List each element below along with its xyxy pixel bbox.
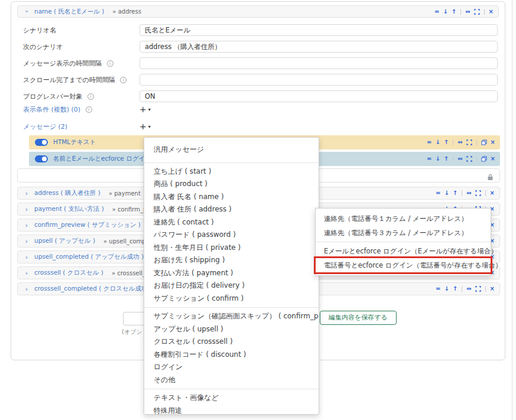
menu-item[interactable]: サブミッション ( confirm ) xyxy=(144,292,319,305)
move-up-icon[interactable]: ↑ xyxy=(444,139,449,145)
menu-item[interactable]: 購入者 氏名 ( name ) xyxy=(144,191,319,204)
move-down-icon[interactable]: ↓ xyxy=(443,9,447,15)
close-icon[interactable]: × xyxy=(490,286,495,292)
menu-item[interactable] xyxy=(144,389,319,389)
info-icon[interactable]: i xyxy=(107,60,113,67)
menu-item[interactable]: テキスト・画像など xyxy=(144,392,319,405)
fullscreen-icon[interactable] xyxy=(475,190,481,196)
section-header-name[interactable]: › name ( 氏名とEメール ) » address = ↓ ↑ ⇔ × xyxy=(17,5,499,18)
close-icon[interactable]: × xyxy=(491,156,495,162)
info-icon[interactable]: i xyxy=(86,106,92,113)
field-input[interactable] xyxy=(139,57,498,69)
menu-item[interactable]: パスワード ( password ) xyxy=(144,229,319,242)
submenu-item[interactable] xyxy=(316,242,491,242)
add-message-button[interactable]: +▾ xyxy=(139,122,151,131)
field-input[interactable] xyxy=(139,74,498,86)
submenu-item-label: Eメールとecforce ログイン（Eメールが存在する場合） xyxy=(324,247,498,255)
swap-horizontal-icon[interactable]: ⇔ xyxy=(466,286,471,292)
menu-item[interactable] xyxy=(144,307,319,308)
reorder-icon[interactable]: = xyxy=(427,156,431,162)
chevron-right-icon[interactable]: › xyxy=(24,285,30,293)
chevron-right-icon[interactable]: › xyxy=(24,206,30,213)
menu-item[interactable]: お届け日の指定 ( delivery ) xyxy=(144,279,319,292)
menu-item-label: 支払い方法 ( payment ) xyxy=(154,269,233,277)
menu-item[interactable]: 汎用メッセージ xyxy=(144,141,319,160)
info-icon[interactable]: i xyxy=(120,77,126,83)
menu-item[interactable]: 購入者 住所 ( address ) xyxy=(144,203,319,216)
message-label: 名前とEメールとecforce ログイン xyxy=(53,155,151,163)
toggle-switch[interactable] xyxy=(35,155,48,162)
reorder-icon[interactable]: = xyxy=(436,286,440,292)
menu-item[interactable]: 各種割引コード ( discount ) xyxy=(144,349,319,362)
chevron-right-icon[interactable]: › xyxy=(24,237,30,245)
menu-item-label: お届け日の指定 ( delivery ) xyxy=(154,281,245,289)
chevron-right-icon[interactable]: › xyxy=(24,269,30,277)
field-input[interactable] xyxy=(139,90,498,102)
move-down-icon[interactable]: ↓ xyxy=(435,156,440,162)
fullscreen-icon[interactable] xyxy=(466,139,472,145)
toggle-switch[interactable] xyxy=(35,139,48,146)
menu-item[interactable]: 特殊用途 xyxy=(144,405,319,415)
reorder-icon[interactable]: = xyxy=(427,139,431,145)
add-condition-button[interactable]: +▾ xyxy=(139,105,151,114)
info-icon[interactable]: i xyxy=(87,93,94,100)
move-up-icon[interactable]: ↑ xyxy=(444,156,449,162)
move-down-icon[interactable]: ↓ xyxy=(444,286,449,292)
menu-item[interactable]: お届け先 ( shipping ) xyxy=(144,254,319,267)
close-icon[interactable]: × xyxy=(490,190,495,196)
swap-horizontal-icon[interactable]: ⇔ xyxy=(457,156,462,162)
submenu-item[interactable]: Eメールとecforce ログイン（Eメールが存在する場合） xyxy=(316,244,491,258)
menu-item-label: その他 xyxy=(154,376,176,384)
menu-item[interactable] xyxy=(144,162,319,163)
fullscreen-icon[interactable] xyxy=(475,286,481,292)
menu-item[interactable]: ログイン xyxy=(144,361,319,374)
field-input[interactable] xyxy=(139,24,498,36)
section-title: upsell_completed ( アップセル成功 ) xyxy=(34,253,144,261)
menu-item-label: 性別・生年月日 ( private ) xyxy=(154,243,241,252)
swap-horizontal-icon[interactable]: ⇔ xyxy=(465,9,470,15)
move-up-icon[interactable]: ↑ xyxy=(453,286,457,292)
menu-item[interactable]: アップセル ( upsell ) xyxy=(144,323,319,336)
menu-item[interactable]: クロスセル ( crosssell ) xyxy=(144,336,319,349)
chevron-right-icon[interactable]: › xyxy=(24,190,30,197)
message-actions: = ↓ ↑ ⇔ × xyxy=(427,152,495,166)
menu-item[interactable]: 商品 ( product ) xyxy=(144,178,319,191)
menu-item-label: クロスセル ( crosssell ) xyxy=(154,337,233,346)
swap-horizontal-icon[interactable]: ⇔ xyxy=(466,190,471,196)
close-icon[interactable]: × xyxy=(491,139,495,145)
menu-item[interactable]: 支払い方法 ( payment ) xyxy=(144,267,319,280)
chevron-right-icon[interactable]: › xyxy=(24,222,30,229)
menu-item-label: テキスト・画像など xyxy=(154,393,219,402)
message-actions: = ↓ ↑ ⇔ × xyxy=(427,135,495,149)
fullscreen-icon[interactable] xyxy=(466,156,472,162)
swap-horizontal-icon[interactable]: ⇔ xyxy=(457,139,462,145)
divider xyxy=(453,139,453,145)
close-icon[interactable]: × xyxy=(489,9,494,15)
reorder-icon[interactable]: = xyxy=(434,9,439,15)
menu-item-label: 購入者 氏名 ( name ) xyxy=(154,193,224,201)
move-down-icon[interactable]: ↓ xyxy=(444,190,449,196)
save-button[interactable]: 編集内容を保存する xyxy=(320,311,397,325)
fullscreen-icon[interactable] xyxy=(474,9,480,15)
move-down-icon[interactable]: ↓ xyxy=(435,139,440,145)
copy-icon[interactable] xyxy=(481,139,487,145)
submenu-item[interactable]: 連絡先（電話番号１カラム / メールアドレス） xyxy=(316,211,491,226)
submenu-item[interactable]: 電話番号とecforce ログイン（電話番号が存在する場合） xyxy=(316,258,491,272)
chevron-right-icon[interactable]: › xyxy=(24,253,30,261)
move-up-icon[interactable]: ↑ xyxy=(452,9,456,15)
section-title: crosssell ( クロスセル ) xyxy=(34,269,103,277)
scenario-form: シナリオ名 次のシナリオ メッセージ表示の時間間隔 xyxy=(23,22,499,105)
menu-item[interactable]: その他 xyxy=(144,374,319,387)
reorder-icon[interactable]: = xyxy=(436,190,440,196)
chevron-down-icon[interactable]: › xyxy=(23,9,31,15)
menu-item[interactable]: サブミッション（確認画面スキップ） ( confirm_preview ) xyxy=(144,310,319,323)
move-up-icon[interactable]: ↑ xyxy=(453,190,457,196)
field-label: シナリオ名 xyxy=(23,27,56,34)
menu-item[interactable]: 性別・生年月日 ( private ) xyxy=(144,242,319,255)
field-input[interactable] xyxy=(139,41,498,53)
menu-item[interactable]: 立ち上げ ( start ) xyxy=(144,165,319,178)
copy-icon[interactable] xyxy=(481,156,487,162)
submenu-item[interactable]: 連絡先（電話番号３カラム / メールアドレス） xyxy=(316,226,491,240)
menu-item[interactable]: 連絡先 ( contact ) xyxy=(144,216,319,229)
section-title: upsell ( アップセル ) xyxy=(34,237,95,245)
